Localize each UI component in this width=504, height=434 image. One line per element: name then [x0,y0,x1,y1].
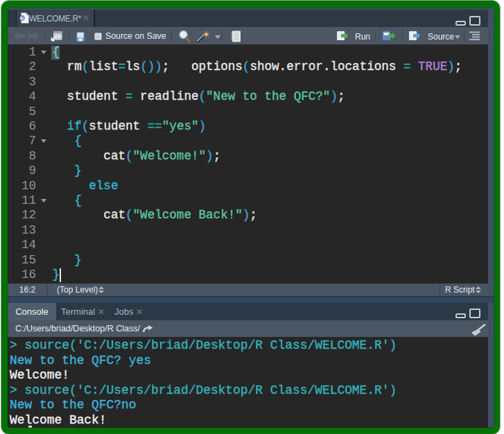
svg-text:R: R [20,15,24,21]
